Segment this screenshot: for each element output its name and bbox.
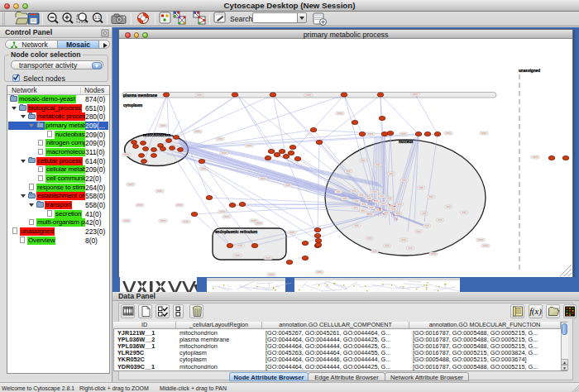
svg-text:unassigned: unassigned — [519, 69, 540, 73]
svg-text:1:1: 1:1 — [94, 15, 100, 20]
svg-text:plasma membrane: plasma membrane — [123, 93, 158, 98]
svg-text:nucleus: nucleus — [399, 140, 414, 144]
svg-text:cytoplasm: cytoplasm — [123, 103, 142, 108]
